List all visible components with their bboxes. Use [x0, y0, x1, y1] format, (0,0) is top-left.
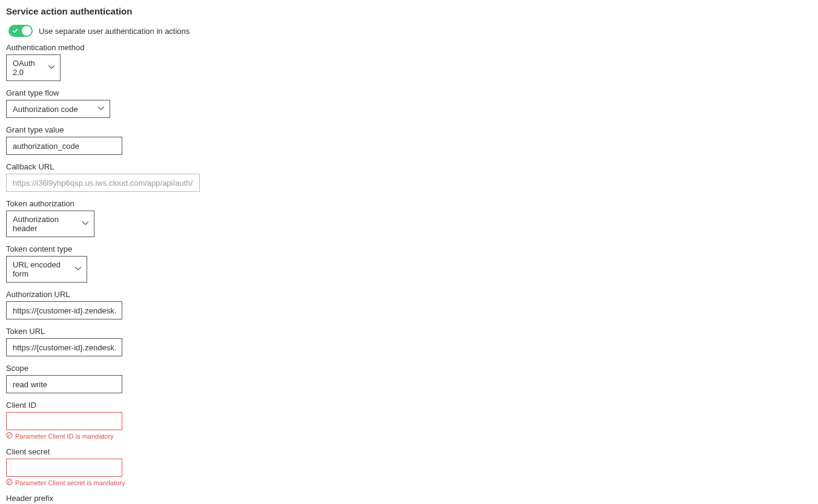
grant-type-value-input[interactable]: [6, 137, 122, 155]
separate-auth-toggle[interactable]: [8, 25, 33, 37]
scope-input[interactable]: [6, 375, 122, 393]
token-authorization-value: Authorization header: [13, 215, 76, 233]
auth-method-select[interactable]: OAuth 2.0: [6, 54, 61, 81]
field-scope: Scope: [6, 364, 812, 393]
token-authorization-label: Token authorization: [6, 199, 812, 208]
field-grant-type-value: Grant type value: [6, 125, 812, 155]
svg-line-1: [8, 434, 11, 437]
field-client-secret: Client secret Parameter Client secret is…: [6, 447, 812, 486]
error-icon: [6, 432, 13, 440]
client-secret-input[interactable]: [6, 459, 122, 477]
authorization-url-label: Authorization URL: [6, 290, 812, 299]
auth-method-value: OAuth 2.0: [13, 59, 42, 77]
field-authorization-url: Authorization URL: [6, 290, 812, 319]
field-token-authorization: Token authorization Authorization header: [6, 199, 812, 237]
token-url-label: Token URL: [6, 327, 812, 336]
toggle-row: Use separate user authentication in acti…: [8, 25, 812, 37]
authorization-url-input[interactable]: [6, 301, 122, 319]
field-token-url: Token URL: [6, 327, 812, 356]
client-secret-label: Client secret: [6, 447, 812, 456]
field-auth-method: Authentication method OAuth 2.0: [6, 43, 812, 81]
auth-method-label: Authentication method: [6, 43, 812, 52]
svg-line-3: [8, 480, 11, 483]
callback-url-input: [6, 174, 200, 192]
token-content-type-select[interactable]: URL encoded form: [6, 256, 87, 283]
client-secret-error: Parameter Client secret is mandatory: [6, 479, 812, 486]
token-content-type-label: Token content type: [6, 244, 812, 254]
toggle-knob: [22, 26, 31, 36]
field-client-id: Client ID Parameter Client ID is mandato…: [6, 401, 812, 440]
field-header-prefix: Header prefix: [6, 494, 812, 504]
check-icon: [12, 28, 18, 34]
field-grant-type-flow: Grant type flow Authorization code: [6, 88, 812, 118]
client-id-label: Client ID: [6, 401, 812, 410]
grant-type-flow-value: Authorization code: [13, 105, 78, 114]
header-prefix-label: Header prefix: [6, 494, 812, 503]
client-secret-error-text: Parameter Client secret is mandatory: [15, 479, 125, 486]
token-authorization-select[interactable]: Authorization header: [6, 211, 94, 237]
toggle-label: Use separate user authentication in acti…: [39, 27, 190, 36]
client-id-input[interactable]: [6, 412, 122, 430]
grant-type-flow-select[interactable]: Authorization code: [6, 100, 110, 118]
field-token-content-type: Token content type URL encoded form: [6, 244, 812, 283]
grant-type-flow-label: Grant type flow: [6, 88, 812, 97]
token-url-input[interactable]: [6, 338, 122, 356]
field-callback-url: Callback URL: [6, 162, 812, 192]
client-id-error-text: Parameter Client ID is mandatory: [15, 433, 114, 440]
section-title: Service action authentication: [6, 6, 812, 16]
scope-label: Scope: [6, 364, 812, 373]
error-icon: [6, 479, 13, 486]
client-id-error: Parameter Client ID is mandatory: [6, 432, 812, 440]
callback-url-label: Callback URL: [6, 162, 812, 171]
token-content-type-value: URL encoded form: [13, 260, 68, 278]
grant-type-value-label: Grant type value: [6, 125, 812, 134]
